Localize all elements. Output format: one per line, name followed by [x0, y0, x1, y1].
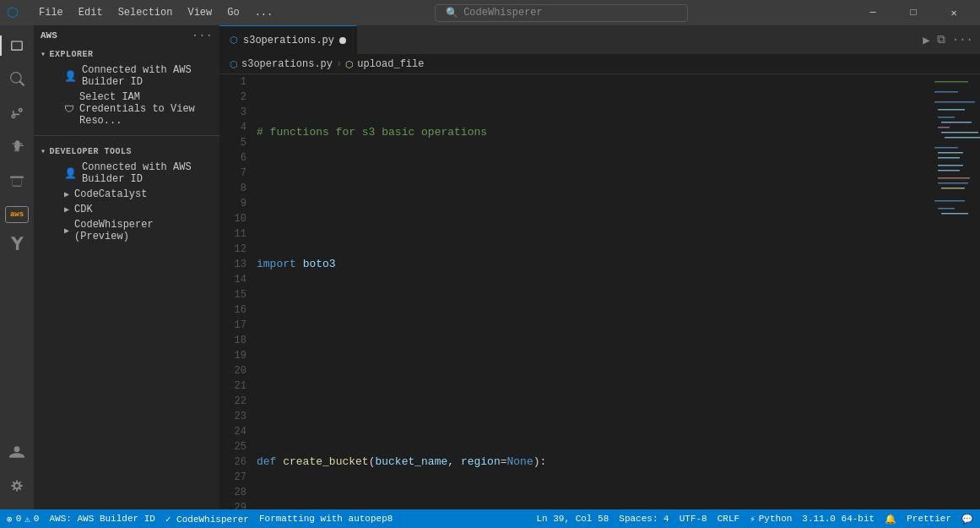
shield-icon: 🛡: [64, 103, 74, 116]
breadcrumb-separator-icon: ›: [336, 58, 342, 70]
warning-count: 0: [34, 514, 40, 524]
status-bar-right: Ln 39, Col 58 Spaces: 4 UTF-8 CRLF ⚡ Pyt…: [536, 514, 973, 525]
breadcrumb-file[interactable]: s3operations.py: [241, 58, 333, 70]
menu-go[interactable]: Go: [220, 5, 246, 20]
code-token: bucket_name: [375, 454, 447, 471]
explorer-section[interactable]: ▾ EXPLORER: [34, 46, 219, 63]
maximize-button[interactable]: □: [894, 0, 933, 25]
breadcrumb-symbol-icon: ⬡: [345, 59, 354, 70]
codewhisperer-item[interactable]: ▶ CodeWhisperer (Preview): [34, 217, 219, 244]
language-icon: ⚡: [750, 514, 755, 525]
minimap-visualization: [931, 78, 980, 509]
code-token: boto3: [303, 256, 336, 273]
codewhisperer-label: CodeWhisperer (Preview): [74, 219, 213, 242]
codecatalyst-label: CodeCatalyst: [74, 188, 147, 200]
line-num-8: 8: [226, 181, 246, 196]
code-token: [257, 388, 263, 405]
developer-tools-section[interactable]: ▾ DEVELOPER TOOLS: [34, 143, 219, 160]
minimize-button[interactable]: ─: [853, 0, 892, 25]
status-bell[interactable]: 🔔: [885, 514, 896, 525]
aws-section-menu-button[interactable]: ···: [192, 29, 213, 42]
svg-rect-9: [945, 137, 980, 139]
svg-rect-17: [941, 188, 965, 189]
connected-label-text: Connected with AWS Builder ID: [82, 64, 213, 88]
dev-person-icon: 👤: [64, 167, 77, 180]
status-errors[interactable]: ⊗ 0 ⚠ 0: [7, 514, 39, 525]
dev-connected-text: Connected with AWS Builder ID: [82, 161, 213, 185]
tab-modified-indicator: [339, 37, 346, 44]
code-token: None: [507, 454, 533, 471]
menu-selection[interactable]: Selection: [111, 5, 180, 20]
activity-test-icon[interactable]: [0, 226, 34, 260]
status-bar-left: ⊗ 0 ⚠ 0 AWS: AWS Builder ID ✓ CodeWhispe…: [7, 514, 393, 525]
status-aws-profile[interactable]: AWS: AWS Builder ID: [49, 514, 154, 524]
menu-file[interactable]: File: [32, 5, 70, 20]
menu-view[interactable]: View: [181, 5, 219, 20]
code-line-2: [257, 190, 929, 207]
status-spaces[interactable]: Spaces: 4: [619, 514, 669, 524]
activity-git-icon[interactable]: [0, 96, 34, 130]
version-text: 3.11.0 64-bit: [802, 514, 874, 524]
line-num-5: 5: [226, 135, 246, 150]
encoding-text: UTF-8: [680, 514, 707, 524]
svg-rect-11: [938, 152, 963, 154]
connected-builder-id[interactable]: 👤 Connected with AWS Builder ID: [34, 63, 219, 90]
dev-connected-builder[interactable]: 👤 Connected with AWS Builder ID: [34, 160, 219, 187]
line-num-4: 4: [226, 120, 246, 135]
breadcrumb-symbol[interactable]: upload_file: [357, 58, 424, 70]
activity-explorer-icon[interactable]: [0, 29, 34, 63]
close-button[interactable]: ✕: [934, 0, 973, 25]
cdk-item[interactable]: ▶ CDK: [34, 202, 219, 217]
select-iam-credentials[interactable]: 🛡 Select IAM Credentials to View Reso...: [34, 90, 219, 128]
status-position[interactable]: Ln 39, Col 58: [536, 514, 609, 524]
menu-edit[interactable]: Edit: [72, 5, 110, 20]
activity-extensions-icon[interactable]: [0, 164, 34, 198]
svg-rect-4: [938, 109, 965, 111]
code-token: region: [461, 454, 501, 471]
breadcrumb: ⬡ s3operations.py › ⬡ upload_file: [219, 55, 980, 74]
python-breadcrumb-icon: ⬡: [230, 59, 238, 70]
code-token: [257, 322, 263, 339]
codewhisperer-chevron-icon: ▶: [64, 226, 69, 236]
line-num-22: 22: [226, 394, 246, 409]
line-num-26: 26: [226, 455, 246, 470]
svg-rect-19: [938, 208, 955, 210]
svg-rect-2: [934, 91, 958, 93]
status-version[interactable]: 3.11.0 64-bit: [802, 514, 874, 524]
line-num-11: 11: [226, 226, 246, 242]
aws-section-header: AWS ···: [34, 25, 219, 46]
code-content[interactable]: # functions for s3 basic operations impo…: [253, 74, 929, 509]
activity-settings-icon[interactable]: [0, 469, 34, 503]
activity-account-icon[interactable]: [0, 435, 34, 469]
menu-more[interactable]: ...: [248, 5, 280, 20]
cdk-chevron-icon: ▶: [64, 204, 69, 215]
line-num-28: 28: [226, 485, 246, 500]
status-line-ending[interactable]: CRLF: [717, 514, 739, 524]
svg-rect-12: [938, 157, 960, 159]
line-ending-text: CRLF: [717, 514, 739, 524]
dev-tools-chevron-icon: ▾: [41, 146, 46, 156]
tab-s3operations[interactable]: ⬡ s3operations.py: [219, 25, 357, 55]
global-search-bar[interactable]: 🔍 CodeWhisperer: [435, 4, 688, 22]
svg-rect-14: [938, 170, 960, 171]
status-prettier[interactable]: Prettier: [907, 514, 951, 524]
activity-debug-icon[interactable]: [0, 130, 34, 164]
split-editor-icon[interactable]: ⧉: [937, 33, 945, 46]
more-actions-icon[interactable]: ···: [952, 33, 973, 46]
status-feedback[interactable]: 💬: [961, 514, 973, 525]
activity-aws-icon[interactable]: aws: [5, 206, 29, 223]
spaces-text: Spaces: 4: [619, 514, 669, 524]
code-token: ,: [447, 454, 461, 471]
svg-rect-8: [941, 132, 978, 133]
status-encoding[interactable]: UTF-8: [680, 514, 707, 524]
code-editor[interactable]: 1 2 3 4 5 6 7 8 9 10 11 12 13 14 15 16 1: [219, 74, 929, 509]
select-iam-label-text: Select IAM Credentials to View Reso...: [79, 91, 213, 127]
run-icon[interactable]: ▶: [923, 33, 929, 47]
status-codewhisperer[interactable]: ✓ CodeWhisperer: [165, 514, 249, 525]
status-language[interactable]: ⚡ Python: [750, 514, 792, 525]
activity-search-icon[interactable]: [0, 63, 34, 96]
line-numbers: 1 2 3 4 5 6 7 8 9 10 11 12 13 14 15 16 1: [219, 74, 253, 509]
code-token: ):: [533, 454, 547, 471]
status-formatting[interactable]: Formatting with autopep8: [259, 514, 393, 524]
codecatalyst-item[interactable]: ▶ CodeCatalyst: [34, 187, 219, 202]
